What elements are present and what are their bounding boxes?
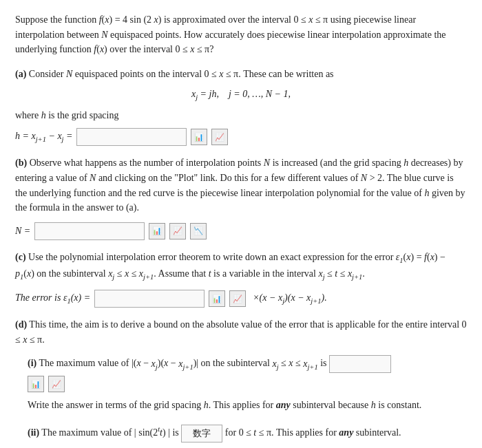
part-a-section: (a) Consider N equispaced points on the …	[15, 67, 467, 146]
n-plot-icon[interactable]: 📈	[169, 223, 186, 239]
part-d-i-label: (i)	[28, 359, 36, 369]
part-d-label: (d)	[15, 319, 27, 330]
formula-text: xj = jh, j = 0, …, N − 1,	[191, 89, 291, 101]
max-value-answer	[329, 355, 391, 373]
part-c-section: (c) Use the polynomial interpolation err…	[15, 250, 467, 308]
part-a-formula: xj = jh, j = 0, …, N − 1,	[15, 89, 467, 101]
di-graph-icon[interactable]: 📊	[28, 376, 44, 392]
part-d-i-section: (i) The maximum value of |(x − xj)(x − x…	[28, 355, 467, 413]
sin-max-answer: 数字	[181, 425, 222, 442]
error-plot-icon[interactable]: 📈	[229, 290, 246, 307]
part-d-i-icons: 📊 📈	[28, 376, 467, 392]
part-d-section: (d) This time, the aim is to derive a bo…	[15, 317, 467, 442]
intro-section: Suppose the function f(x) = 4 sin (2 x) …	[15, 12, 467, 57]
h-plot-icon[interactable]: 📈	[211, 129, 228, 145]
spacing-label: where h is the grid spacing	[15, 108, 467, 123]
error-label: The error is ε1(x) =	[15, 292, 90, 305]
error-input[interactable]	[94, 290, 205, 308]
part-c-label: (c)	[15, 252, 26, 262]
n-extra-icon[interactable]: 📉	[190, 223, 207, 239]
n-input-row: N = 📊 📈 📉	[15, 222, 467, 240]
h-equation-label: h = xj+1 − xj =	[15, 131, 72, 143]
h-input-row: h = xj+1 − xj = 📊 📈	[15, 128, 467, 146]
error-multiplier: ×(x − xj)(x − xj+1).	[253, 292, 327, 305]
h-input[interactable]	[76, 128, 187, 146]
intro-text: Suppose the function f(x) = 4 sin (2 x) …	[15, 12, 467, 57]
n-label: N =	[15, 226, 30, 237]
h-graph-icon[interactable]: 📊	[191, 129, 207, 145]
part-d-i-note: Write the answer in terms of the grid sp…	[28, 398, 467, 413]
error-input-row: The error is ε1(x) = 📊 📈 ×(x − xj)(x − x…	[15, 290, 467, 308]
n-input[interactable]	[34, 222, 145, 240]
part-b-label: (b)	[15, 158, 27, 168]
part-a-text: (a) Consider N equispaced points on the …	[15, 67, 467, 82]
part-d-text: (d) This time, the aim is to derive a bo…	[15, 317, 467, 347]
di-plot-icon[interactable]: 📈	[48, 376, 65, 392]
part-a-label: (a)	[15, 69, 26, 79]
part-d-ii-label: (ii)	[28, 427, 39, 438]
part-d-ii-text: (ii) The maximum value of | sin(2tt) | i…	[28, 424, 467, 442]
part-b-text: (b) Observe what happens as the number o…	[15, 156, 467, 215]
error-graph-icon[interactable]: 📊	[209, 290, 225, 307]
part-b-section: (b) Observe what happens as the number o…	[15, 156, 467, 240]
part-d-ii-section: (ii) The maximum value of | sin(2tt) | i…	[28, 424, 467, 442]
n-graph-icon[interactable]: 📊	[149, 223, 165, 239]
part-d-i-text: (i) The maximum value of |(x − xj)(x − x…	[28, 355, 467, 373]
part-c-text: (c) Use the polynomial interpolation err…	[15, 250, 467, 283]
